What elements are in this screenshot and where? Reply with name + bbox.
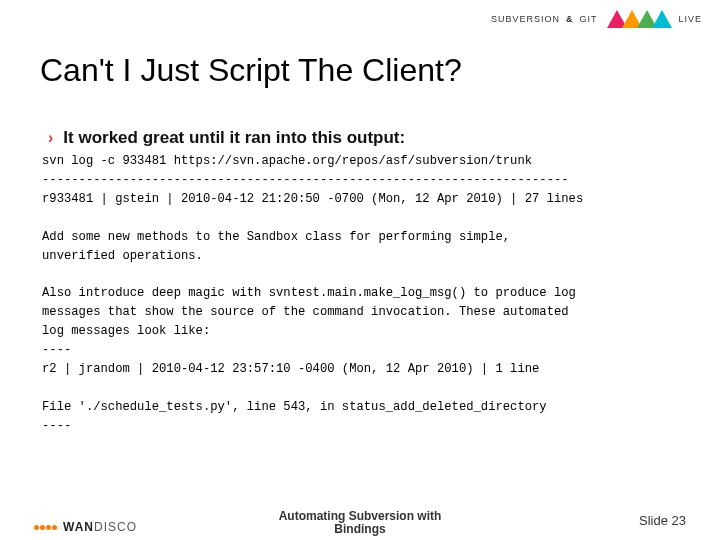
- live-text: LIVE: [678, 14, 702, 24]
- brand-subversion: SUBVERSION: [491, 14, 560, 24]
- footer: WANDISCO Automating Subversion with Bind…: [0, 498, 720, 540]
- live-logo: [607, 10, 672, 28]
- chevron-right-icon: ›: [48, 129, 53, 147]
- logo-dots-icon: [34, 525, 57, 530]
- bullet-row: › It worked great until it ran into this…: [48, 128, 405, 148]
- slide-number: Slide 23: [639, 513, 686, 528]
- footer-center-line2: Bindings: [279, 523, 442, 536]
- live-triangle-icon: [652, 10, 672, 28]
- bullet-text: It worked great until it ran into this o…: [63, 128, 405, 148]
- brand-git: GIT: [579, 14, 597, 24]
- page-title: Can't I Just Script The Client?: [40, 52, 462, 89]
- wandisco-logo: WANDISCO: [34, 520, 137, 534]
- brand-bar: SUBVERSION & GIT LIVE: [491, 10, 702, 28]
- dot-icon: [52, 525, 57, 530]
- dot-icon: [46, 525, 51, 530]
- code-block: svn log -c 933481 https://svn.apache.org…: [42, 152, 678, 436]
- dot-icon: [34, 525, 39, 530]
- slide: SUBVERSION & GIT LIVE Can't I Just Scrip…: [0, 0, 720, 540]
- wandisco-text: WANDISCO: [63, 520, 137, 534]
- dot-icon: [40, 525, 45, 530]
- footer-center: Automating Subversion with Bindings: [279, 510, 442, 536]
- brand-ampersand: &: [566, 14, 574, 24]
